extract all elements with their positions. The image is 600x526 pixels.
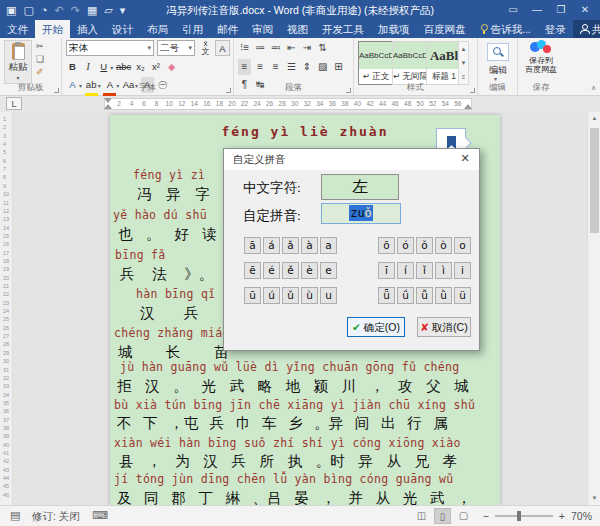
bold-button[interactable]: B (66, 59, 79, 75)
paste-dropdown-arrow[interactable]: ▾ (5, 74, 31, 81)
find-button[interactable] (487, 43, 509, 61)
style-card-1[interactable]: AaBbCcD↵ 正文 (358, 41, 394, 85)
collapse-ribbon-icon[interactable]: ∧ (591, 84, 596, 92)
accent-button-o[interactable]: o (454, 237, 471, 254)
proofing-status-icon[interactable]: ▤ (10, 509, 20, 522)
font-name-combo[interactable]: 宋体▾ (66, 40, 154, 56)
tab-layout[interactable]: 布局 (140, 20, 175, 38)
zoom-in-button[interactable]: + (559, 510, 565, 522)
accent-button-ǜ[interactable]: ǜ (435, 287, 452, 304)
strikethrough-button[interactable]: abc (116, 59, 131, 75)
style-card-3[interactable]: AaBl标题 1 (426, 41, 462, 85)
accent-button-í[interactable]: í (397, 262, 414, 279)
vertical-scrollbar[interactable]: ▲ ▼ (587, 112, 600, 505)
tab-insert[interactable]: 插入 (70, 20, 105, 38)
tab-addins[interactable]: 加载项 (371, 20, 417, 38)
character-border-button[interactable]: A (215, 40, 230, 56)
accent-button-ī[interactable]: ī (378, 262, 395, 279)
accent-button-ā[interactable]: ā (244, 237, 261, 254)
bullets-button[interactable]: ⁝≡ (238, 40, 251, 56)
sort-button[interactable]: ⇅ (316, 40, 329, 56)
accent-button-ù[interactable]: ù (301, 287, 318, 304)
tab-file[interactable]: 文件 (0, 20, 35, 38)
zoom-level[interactable]: 70% (571, 510, 592, 522)
cut-icon[interactable]: ✂ (36, 41, 44, 51)
underline-arrow[interactable]: ▾ (110, 65, 113, 71)
align-center-button[interactable]: ≡ (254, 59, 267, 75)
zoom-slider-thumb[interactable] (517, 511, 521, 521)
accent-button-a[interactable]: a (320, 237, 337, 254)
web-layout-button[interactable]: ▢ (455, 508, 472, 524)
italic-button[interactable]: I (82, 59, 95, 75)
align-right-button[interactable]: ≡ (269, 59, 282, 75)
accent-button-ǐ[interactable]: ǐ (416, 262, 433, 279)
zoom-out-button[interactable]: − (483, 510, 489, 522)
accent-button-ú[interactable]: ú (263, 287, 280, 304)
maximize-icon[interactable]: ❐ (550, 0, 572, 20)
tab-view[interactable]: 视图 (280, 20, 315, 38)
accent-button-ì[interactable]: ì (435, 262, 452, 279)
decrease-indent-button[interactable]: ⇤ (285, 40, 298, 56)
editing-dropdown-arrow[interactable]: ▾ (494, 75, 497, 82)
editing-button-label[interactable]: 编辑 (478, 64, 518, 77)
track-changes-status[interactable]: 修订: 关闭 (32, 510, 80, 524)
accent-button-á[interactable]: á (263, 237, 280, 254)
custom-pinyin-input[interactable]: zuǒ (321, 203, 401, 224)
first-line-indent-marker[interactable] (104, 98, 112, 103)
numbering-button[interactable]: ≔ (254, 40, 267, 56)
tab-baidu-netdisk[interactable]: 百度网盘 (417, 20, 473, 38)
accent-button-ě[interactable]: ě (282, 262, 299, 279)
copy-icon[interactable]: ❏ (36, 54, 44, 64)
horizontal-ruler[interactable]: 2468101214161820222426283032343638404244… (104, 98, 472, 110)
tab-references[interactable]: 引用 (175, 20, 210, 38)
zoom-slider[interactable] (495, 515, 553, 517)
accent-button-ǘ[interactable]: ǘ (397, 287, 414, 304)
accent-button-ǔ[interactable]: ǔ (282, 287, 299, 304)
tab-developer[interactable]: 开发工具 (315, 20, 371, 38)
accent-button-ō[interactable]: ō (378, 237, 395, 254)
close-icon[interactable]: ✕ (574, 0, 596, 20)
shading-button[interactable]: ▨ (316, 59, 329, 75)
hanging-indent-marker[interactable] (104, 104, 112, 109)
accent-button-ē[interactable]: ē (244, 262, 261, 279)
style-gallery-scroll[interactable]: ▲▼≡ (458, 41, 469, 85)
scroll-down-arrow[interactable]: ▼ (588, 492, 600, 505)
tab-stop-selector[interactable]: L (6, 97, 22, 110)
borders-button[interactable]: ⊞ (332, 59, 345, 75)
accent-button-ǒ[interactable]: ǒ (416, 237, 433, 254)
tab-sign-in[interactable]: 登录 (538, 20, 573, 38)
read-mode-button[interactable]: ◫ (413, 508, 430, 524)
ok-button[interactable]: ✔ 确定(O) (347, 317, 405, 337)
tab-home[interactable]: 开始 (35, 20, 70, 38)
ribbon-display-options-icon[interactable]: ▭ (502, 0, 524, 20)
accent-button-ó[interactable]: ó (397, 237, 414, 254)
format-painter-icon[interactable]: ✐ (36, 67, 44, 77)
underline-button[interactable]: U (97, 59, 110, 75)
justify-button[interactable]: ☰ (285, 59, 298, 75)
subscript-button[interactable]: x₂ (134, 59, 147, 75)
accent-button-ǚ[interactable]: ǚ (416, 287, 433, 304)
tab-mailings[interactable]: 邮件 (210, 20, 245, 38)
accent-button-u[interactable]: u (320, 287, 337, 304)
accent-button-e[interactable]: e (320, 262, 337, 279)
clipboard-dialog-launcher[interactable] (54, 88, 59, 93)
accent-button-é[interactable]: é (263, 262, 280, 279)
paste-button[interactable]: 粘贴 ▾ (4, 40, 32, 84)
tab-review[interactable]: 审阅 (245, 20, 280, 38)
save-to-baidu-button[interactable]: 保存到 百度网盘 (518, 38, 564, 82)
tab-design[interactable]: 设计 (105, 20, 140, 38)
accent-button-ü[interactable]: ü (454, 287, 471, 304)
scroll-up-arrow[interactable]: ▲ (588, 112, 600, 125)
vertical-ruler[interactable]: 1234567891011121314151617181920212223242… (0, 112, 13, 505)
accent-button-i[interactable]: i (454, 262, 471, 279)
line-spacing-button[interactable]: ⇕ (301, 59, 314, 75)
accent-button-ǖ[interactable]: ǖ (378, 287, 395, 304)
superscript-button[interactable]: x² (150, 59, 163, 75)
chinese-character-field[interactable]: 左 (321, 174, 399, 200)
dialog-close-icon[interactable]: ✕ (457, 152, 473, 165)
minimize-icon[interactable]: — (526, 0, 548, 20)
increase-indent-button[interactable]: ⇥ (301, 40, 314, 56)
accent-button-ǎ[interactable]: ǎ (282, 237, 299, 254)
phonetic-guide-button[interactable]: x̄文 (198, 40, 213, 56)
accent-button-ū[interactable]: ū (244, 287, 261, 304)
